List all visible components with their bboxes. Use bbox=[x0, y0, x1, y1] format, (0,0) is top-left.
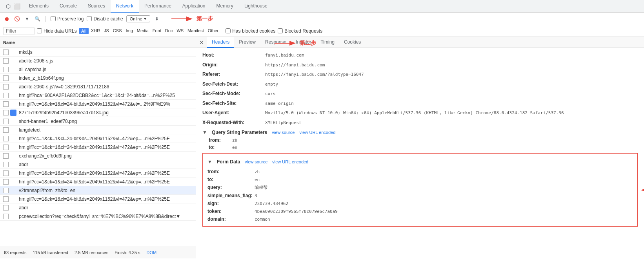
blocked-requests-checkbox[interactable] bbox=[278, 28, 283, 33]
param-key: from: bbox=[209, 137, 232, 143]
file-checkbox[interactable] bbox=[3, 127, 9, 133]
filter-type-css[interactable]: CSS bbox=[111, 28, 124, 34]
list-item[interactable]: abclite-2060-s.js?v=0.18299181711712186 bbox=[0, 82, 196, 91]
form-key: from: bbox=[207, 169, 255, 174]
stop-btn[interactable]: 🚫 bbox=[13, 15, 20, 22]
right-tab-response[interactable]: Response bbox=[260, 37, 291, 48]
preserve-log-checkbox[interactable] bbox=[51, 16, 56, 21]
filter-type-img[interactable]: Img bbox=[124, 28, 134, 34]
list-item[interactable]: v2transapi?from=zh&to=en bbox=[0, 186, 196, 195]
file-checkbox[interactable] bbox=[3, 162, 9, 167]
search-icon[interactable]: 🔍 bbox=[34, 15, 41, 22]
disable-cache-label[interactable]: Disable cache bbox=[87, 16, 123, 22]
hide-data-urls-checkbox[interactable] bbox=[37, 28, 42, 33]
list-item[interactable]: abdr bbox=[0, 203, 196, 212]
list-item[interactable]: hm.gif?cc=1&ck=1&cl=24-bit&ds=2049x1152&… bbox=[0, 143, 196, 152]
right-tab-headers[interactable]: Headers bbox=[207, 37, 234, 48]
blocked-cookies-label[interactable]: Has blocked cookies bbox=[226, 28, 275, 34]
list-item[interactable]: short-banner1_edeef70.png bbox=[0, 117, 196, 126]
file-checkbox[interactable] bbox=[3, 179, 9, 185]
list-item[interactable]: hm.gif?cc=1&ck=1&cl=24-bit&ds=2049x1152&… bbox=[0, 195, 196, 203]
cursor-icon[interactable]: ⬡ bbox=[5, 3, 12, 10]
online-dropdown[interactable]: Online ▼ bbox=[126, 15, 151, 22]
form-view-source[interactable]: view source bbox=[245, 159, 267, 164]
square-icon[interactable]: ⬜ bbox=[13, 3, 20, 10]
right-panel: ✕ HeadersPreviewResponseInitiatorTimingC… bbox=[196, 37, 644, 258]
filter-type-all[interactable]: All bbox=[79, 28, 89, 34]
file-name: abdr bbox=[19, 162, 28, 167]
name-column-header: Name bbox=[3, 40, 15, 45]
right-tab-cookies[interactable]: Cookies bbox=[339, 37, 366, 48]
list-item[interactable]: pcnewcollection?req=check&fanyi_src=%E7%… bbox=[0, 212, 196, 221]
filter-type-media[interactable]: Media bbox=[135, 28, 150, 34]
file-checkbox[interactable] bbox=[3, 84, 9, 90]
right-content[interactable]: Host: fanyi.baidu.comOrigin: https://fan… bbox=[196, 48, 644, 258]
file-checkbox[interactable] bbox=[3, 205, 9, 211]
list-item[interactable]: 827151929f4b92b421e03396ead7b18c.jpg bbox=[0, 108, 196, 117]
record-btn[interactable]: ⏺ bbox=[3, 15, 10, 22]
right-tab-preview[interactable]: Preview bbox=[234, 37, 260, 48]
dom-link[interactable]: DOM bbox=[147, 250, 157, 255]
disable-cache-checkbox[interactable] bbox=[87, 16, 92, 21]
file-checkbox[interactable] bbox=[3, 101, 9, 107]
list-item[interactable]: mkd.js bbox=[0, 48, 196, 57]
list-item[interactable]: abdr bbox=[0, 160, 196, 169]
form-view-url-encoded[interactable]: view URL encoded bbox=[272, 159, 308, 164]
file-checkbox[interactable] bbox=[3, 49, 9, 55]
right-tab-timing[interactable]: Timing bbox=[316, 37, 339, 48]
list-item[interactable]: hm.gif?cc=1&ck=1&cl=24-bit&ds=2049x1152&… bbox=[0, 100, 196, 108]
file-checkbox[interactable] bbox=[3, 188, 9, 193]
file-checkbox[interactable] bbox=[3, 58, 9, 64]
close-panel-btn[interactable]: ✕ bbox=[198, 38, 206, 46]
file-checkbox[interactable] bbox=[3, 153, 9, 159]
nav-tab-console[interactable]: Console bbox=[54, 0, 82, 13]
file-checkbox[interactable] bbox=[3, 119, 9, 124]
filter-type-js[interactable]: JS bbox=[102, 28, 111, 34]
file-checkbox[interactable] bbox=[3, 67, 9, 72]
blocked-requests-label[interactable]: Blocked Requests bbox=[278, 28, 322, 34]
nav-tab-sources[interactable]: Sources bbox=[82, 0, 111, 13]
filter-type-ws[interactable]: WS bbox=[175, 28, 185, 34]
top-nav: ⬡ ⬜ ElementsConsoleSourcesNetworkPerform… bbox=[0, 0, 644, 13]
query-view-url-encoded[interactable]: view URL encoded bbox=[299, 130, 335, 135]
filter-icon[interactable]: ▼ bbox=[24, 15, 31, 22]
nav-tab-performance[interactable]: Performance bbox=[139, 0, 177, 13]
list-item[interactable]: hm.gif?cc=1&ck=1&cl=24-bit&ds=2049x1152&… bbox=[0, 178, 196, 186]
list-item[interactable]: hm.gif?cc=1&ck=1&cl=24-bit&ds=2049x1152&… bbox=[0, 169, 196, 178]
filter-type-xhr[interactable]: XHR bbox=[89, 28, 102, 34]
file-checkbox[interactable] bbox=[3, 196, 9, 202]
hide-data-urls-label[interactable]: Hide data URLs bbox=[37, 28, 77, 34]
nav-tab-network[interactable]: Network bbox=[111, 0, 139, 13]
form-param-row: token: 4bea090c2309f9565f78c079e6c7a0a9 bbox=[207, 207, 633, 215]
list-item[interactable]: abclite-2008-s.js bbox=[0, 57, 196, 65]
nav-tab-application[interactable]: Application bbox=[177, 0, 211, 13]
filter-type-other[interactable]: Other bbox=[206, 28, 220, 34]
filter-type-font[interactable]: Font bbox=[151, 28, 163, 34]
filter-type-manifest[interactable]: Manifest bbox=[186, 28, 206, 34]
list-item[interactable]: langdetect bbox=[0, 126, 196, 134]
list-item[interactable]: exchange2x_efb0d9f.png bbox=[0, 152, 196, 160]
query-view-source[interactable]: view source bbox=[272, 130, 295, 135]
download-icon[interactable]: ⬇ bbox=[153, 15, 160, 22]
nav-tab-elements[interactable]: Elements bbox=[24, 0, 54, 13]
list-item[interactable]: hm.gif?cc=1&ck=1&cl=24-bit&ds=2049x1152&… bbox=[0, 134, 196, 143]
list-item[interactable]: hm.gif?hca=600AA2F1A82DCBB2&cc=1&ck=1&cl… bbox=[0, 91, 196, 100]
filter-type-doc[interactable]: Doc bbox=[164, 28, 175, 34]
preserve-log-label[interactable]: Preserve log bbox=[51, 16, 84, 22]
list-item[interactable]: index_z_b19b64f.png bbox=[0, 74, 196, 82]
file-checkbox[interactable] bbox=[3, 110, 9, 115]
file-checkbox[interactable] bbox=[3, 145, 9, 150]
blocked-cookies-checkbox[interactable] bbox=[226, 28, 231, 33]
devtools-icons: ⬡ ⬜ bbox=[2, 3, 24, 10]
file-checkbox[interactable] bbox=[3, 136, 9, 141]
file-checkbox[interactable] bbox=[3, 170, 9, 176]
nav-tab-memory[interactable]: Memory bbox=[211, 0, 239, 13]
list-item[interactable]: ai_captcha.js bbox=[0, 65, 196, 74]
filter-input[interactable] bbox=[3, 27, 35, 35]
right-tab-initiator[interactable]: Initiator bbox=[291, 37, 316, 48]
file-name: short-banner1_edeef70.png bbox=[19, 119, 77, 124]
file-checkbox[interactable] bbox=[3, 93, 9, 98]
file-checkbox[interactable] bbox=[3, 75, 9, 81]
nav-tab-lighthouse[interactable]: Lighthouse bbox=[239, 0, 273, 13]
file-checkbox[interactable] bbox=[3, 214, 9, 219]
